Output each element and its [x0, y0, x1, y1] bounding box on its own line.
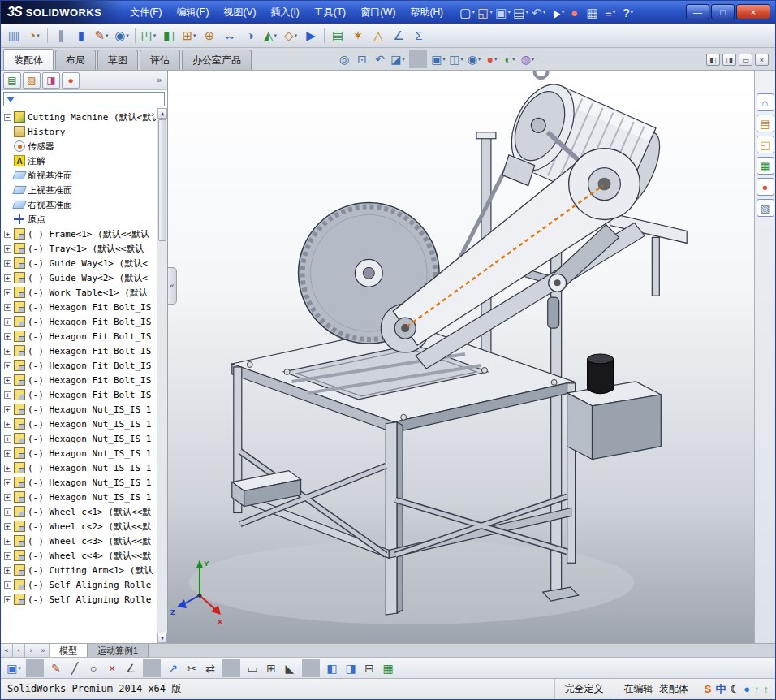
- zoom-area-button[interactable]: ⊡: [353, 50, 371, 68]
- expand-toggle[interactable]: [4, 201, 11, 209]
- expand-toggle[interactable]: [4, 421, 11, 428]
- expand-toggle[interactable]: [4, 435, 11, 443]
- tree-item[interactable]: (-) Hexagon Fit Bolt_IS: [1, 300, 167, 314]
- undo-button[interactable]: ↶: [530, 3, 547, 21]
- appearances-scenes-button[interactable]: ●: [757, 178, 774, 196]
- standard-views-button[interactable]: ◧: [323, 659, 341, 677]
- tree-item[interactable]: (-) Hexagon Nut_IS_IS 1: [1, 446, 167, 460]
- tree-item[interactable]: History: [1, 124, 167, 139]
- display-style-button[interactable]: ◫: [447, 50, 465, 68]
- tree-scrollbar[interactable]: ▲ ▼: [157, 108, 167, 643]
- insert-components-button[interactable]: ◰: [139, 26, 158, 45]
- menu-item[interactable]: 插入(I): [263, 2, 306, 24]
- measure-button[interactable]: ∠: [389, 26, 408, 45]
- smart-dimension-button[interactable]: ∠: [122, 659, 140, 677]
- expand-toggle[interactable]: [4, 318, 11, 326]
- tree-item[interactable]: (-) Hexagon Nut_IS_IS 1: [1, 475, 167, 490]
- sep[interactable]: [47, 28, 48, 43]
- assembly-features-button[interactable]: ◭: [261, 26, 280, 45]
- expand-toggle[interactable]: [4, 348, 11, 355]
- grid-snap-button[interactable]: ▦: [379, 659, 397, 677]
- expand-toggle[interactable]: [4, 231, 11, 238]
- expand-toggle[interactable]: [4, 143, 11, 150]
- sep[interactable]: [143, 659, 161, 677]
- tree-item[interactable]: (-) Hexagon Nut_IS_IS 1: [1, 460, 167, 475]
- mirror-entities-button[interactable]: ⇄: [201, 659, 219, 677]
- custom-properties-button[interactable]: ▧: [757, 199, 774, 217]
- expand-toggle[interactable]: [4, 362, 11, 369]
- zoom-fit-button[interactable]: ◎: [335, 50, 353, 68]
- sogou-ime-icon[interactable]: S: [705, 683, 712, 695]
- menu-item[interactable]: 文件(F): [123, 2, 169, 24]
- sep[interactable]: [324, 28, 325, 43]
- scroll-down-icon[interactable]: ▼: [157, 633, 167, 643]
- previous-view-button[interactable]: ↶: [371, 50, 389, 68]
- component-list-button[interactable]: ▮: [71, 26, 91, 45]
- open-file-button[interactable]: ◱: [476, 3, 494, 21]
- tree-item[interactable]: (-) Guide Way<2> (默认<: [1, 270, 167, 285]
- tree-item[interactable]: (-) Wheel c<3> (默认<<默: [1, 534, 167, 548]
- save-button[interactable]: ▣: [5, 659, 23, 677]
- edit-component-button[interactable]: ✎: [92, 26, 111, 45]
- chamfer-button[interactable]: ◣: [281, 659, 299, 677]
- mate-button[interactable]: ◧: [159, 26, 179, 45]
- tree-item[interactable]: 上视基准面: [1, 183, 167, 197]
- last-tab-button[interactable]: »: [37, 644, 50, 657]
- motion-study-button[interactable]: ▶: [301, 26, 321, 45]
- expand-toggle[interactable]: [4, 465, 11, 472]
- tree-item[interactable]: (-) Wheel c<4> (默认<<默: [1, 548, 167, 563]
- print-button[interactable]: ▤: [512, 3, 529, 21]
- mass-properties-button[interactable]: Σ: [409, 26, 429, 45]
- tree-item[interactable]: (-) Hexagon Fit Bolt_IS: [1, 387, 167, 402]
- component-pattern-button[interactable]: ⊞: [179, 26, 199, 45]
- tree-item[interactable]: (-) Hexagon Nut_IS_IS 1: [1, 402, 167, 417]
- tree-item[interactable]: (-) Self Aligning Rolle: [1, 577, 167, 592]
- featuremanager-tab[interactable]: ▤: [3, 72, 21, 89]
- help-button[interactable]: ?: [619, 3, 636, 21]
- expand-toggle[interactable]: [4, 333, 11, 340]
- tree-item[interactable]: (-) Cutting Arm<1> (默认: [1, 563, 167, 577]
- panel-collapse-handle[interactable]: «: [168, 267, 177, 305]
- tree-item[interactable]: (-) Hexagon Fit Bolt_IS: [1, 373, 167, 387]
- ime-mode-icon[interactable]: ☾: [730, 683, 739, 695]
- tab-sketch[interactable]: 草图: [97, 50, 138, 70]
- file-explorer-button[interactable]: ◱: [757, 136, 774, 153]
- expand-toggle[interactable]: [4, 523, 11, 530]
- network-icon[interactable]: ●: [744, 683, 750, 695]
- scroll-up-icon[interactable]: ▲: [157, 108, 167, 119]
- filter-input[interactable]: [17, 93, 162, 105]
- menu-item[interactable]: 窗口(W): [353, 2, 403, 24]
- bom-button[interactable]: ▤: [328, 26, 347, 45]
- tree-item[interactable]: 注解: [1, 153, 167, 168]
- sep[interactable]: [222, 659, 240, 677]
- cutting-machine-model[interactable]: Y Z X: [168, 71, 754, 643]
- smart-fasteners-button[interactable]: ⊕: [200, 26, 219, 45]
- cross-braces[interactable]: [240, 452, 567, 555]
- file-properties-button[interactable]: ▦: [584, 3, 601, 21]
- keep-visible-button[interactable]: ◉: [112, 26, 131, 45]
- scrollbar-thumb[interactable]: [158, 119, 166, 241]
- erase-button[interactable]: ×: [103, 659, 121, 677]
- panel-overflow-chevron[interactable]: »: [157, 76, 165, 84]
- tree-item[interactable]: (-) Hexagon Nut_IS_IS 1: [1, 431, 167, 446]
- expand-toggle[interactable]: [4, 581, 11, 589]
- menu-item[interactable]: 工具(T): [307, 2, 353, 24]
- update-icon[interactable]: ↑: [754, 683, 760, 695]
- oil-cup[interactable]: [588, 354, 614, 394]
- expand-toggle[interactable]: [4, 508, 11, 516]
- view-palette-button[interactable]: ▦: [757, 157, 774, 175]
- maximize-button[interactable]: □: [711, 4, 735, 19]
- expand-toggle[interactable]: [4, 289, 11, 296]
- appearance-target-button[interactable]: ◔: [24, 26, 44, 45]
- design-library-button[interactable]: ▤: [757, 115, 774, 132]
- next-tab-button[interactable]: ›: [25, 644, 37, 657]
- expand-toggle[interactable]: [4, 406, 11, 413]
- expand-toggle[interactable]: [4, 274, 11, 282]
- sketch-button[interactable]: ✎: [47, 659, 65, 677]
- graphics-area[interactable]: Y Z X «: [168, 71, 754, 643]
- expand-toggle[interactable]: [4, 391, 11, 399]
- viewport-settings-button[interactable]: ▥: [4, 26, 24, 45]
- tree-item[interactable]: (-) Hexagon Nut_IS_IS 1: [1, 417, 167, 431]
- expand-toggle[interactable]: [4, 494, 11, 501]
- convert-entities-button[interactable]: ↗: [164, 659, 182, 677]
